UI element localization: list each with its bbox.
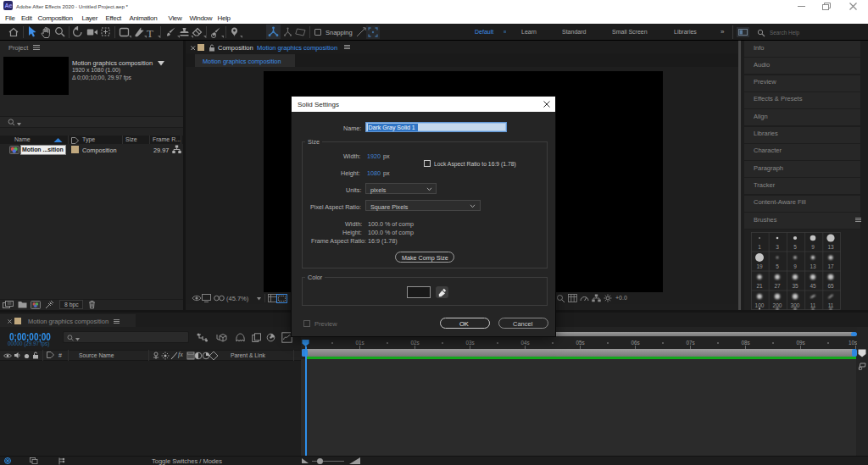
svg-text:100: 100: [755, 302, 765, 308]
svg-text:11: 11: [828, 302, 834, 308]
svg-text:27: 27: [774, 283, 781, 289]
svg-text:11: 11: [810, 302, 816, 308]
svg-text:300: 300: [791, 302, 800, 308]
svg-text:17: 17: [827, 263, 834, 269]
svg-text:21: 21: [756, 283, 763, 289]
svg-text:1: 1: [758, 244, 761, 250]
svg-text:5: 5: [776, 263, 779, 269]
svg-text:3: 3: [776, 244, 779, 250]
svg-text:200: 200: [773, 302, 782, 308]
svg-text:5: 5: [793, 244, 797, 250]
svg-text:13: 13: [827, 244, 834, 250]
svg-text:13: 13: [810, 263, 816, 269]
svg-text:9: 9: [793, 263, 797, 269]
svg-text:9: 9: [811, 244, 815, 250]
svg-text:19: 19: [756, 263, 763, 269]
svg-text:35: 35: [792, 283, 798, 289]
svg-text:65: 65: [827, 283, 834, 289]
svg-text:45: 45: [810, 283, 816, 289]
